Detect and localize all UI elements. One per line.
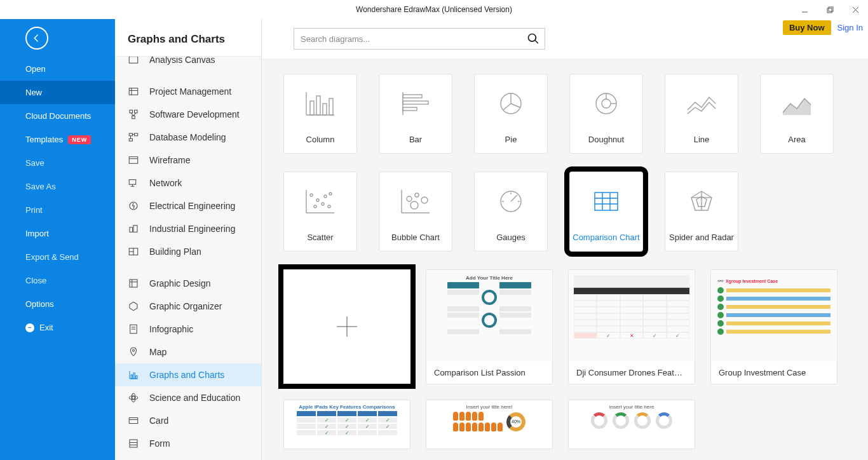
svg-point-71 bbox=[310, 194, 313, 196]
menu-templates[interactable]: Templates NEW bbox=[0, 128, 115, 151]
restore-button[interactable] bbox=[817, 0, 843, 19]
svg-rect-2 bbox=[829, 7, 833, 11]
cat-infographic[interactable]: Infographic bbox=[115, 318, 261, 341]
template-people[interactable]: Insert your title here! 40% bbox=[426, 400, 553, 449]
svg-rect-56 bbox=[329, 98, 333, 115]
cat-graphic-organizer[interactable]: Graphic Organizer bbox=[115, 295, 261, 318]
charts-icon bbox=[128, 369, 139, 381]
minimize-button[interactable] bbox=[792, 0, 817, 19]
svg-point-81 bbox=[415, 193, 419, 197]
svg-rect-42 bbox=[136, 376, 137, 379]
template-comparison-list[interactable]: Add Your Title Here Comparison List Pass… bbox=[426, 269, 553, 384]
exit-icon: − bbox=[25, 323, 34, 332]
tile-column[interactable]: Column bbox=[283, 74, 357, 154]
svg-rect-15 bbox=[135, 133, 138, 136]
menu-import[interactable]: Import bbox=[0, 222, 115, 245]
tile-doughnut[interactable]: Doughnut bbox=[569, 74, 643, 154]
template-thumb: ✓✕✓✓ bbox=[569, 270, 695, 362]
search-icon[interactable] bbox=[527, 32, 539, 45]
svg-rect-41 bbox=[133, 373, 135, 379]
pie-chart-icon bbox=[493, 88, 529, 119]
search-input[interactable] bbox=[301, 34, 527, 44]
menu-print[interactable]: Print bbox=[0, 198, 115, 222]
cat-software-development[interactable]: Software Development bbox=[115, 103, 261, 126]
svg-rect-26 bbox=[133, 226, 137, 233]
svg-rect-30 bbox=[130, 280, 137, 287]
template-rings[interactable]: Insert your title here bbox=[568, 400, 695, 449]
svg-rect-1 bbox=[827, 8, 832, 13]
back-button[interactable] bbox=[25, 27, 48, 50]
form-icon bbox=[128, 438, 139, 449]
tile-bubble[interactable]: Bubble Chart bbox=[379, 172, 452, 252]
cat-network[interactable]: Network bbox=[115, 172, 261, 194]
bar-chart-icon bbox=[398, 88, 433, 119]
svg-point-77 bbox=[328, 205, 330, 208]
cat-wireframe[interactable]: Wireframe bbox=[115, 149, 261, 172]
cat-project-management[interactable]: Project Management bbox=[115, 80, 261, 103]
svg-rect-60 bbox=[403, 107, 417, 111]
cat-map[interactable]: Map bbox=[115, 341, 261, 363]
svg-rect-40 bbox=[131, 375, 132, 379]
svg-rect-19 bbox=[129, 157, 138, 164]
cat-science-and-education[interactable]: Science and Education bbox=[115, 386, 261, 409]
gauge-icon bbox=[493, 186, 529, 217]
tile-area[interactable]: Area bbox=[760, 74, 834, 154]
titlebar: Wondershare EdrawMax (Unlicensed Version… bbox=[0, 0, 868, 19]
menu-open[interactable]: Open bbox=[0, 57, 115, 81]
svg-rect-58 bbox=[403, 95, 422, 98]
svg-line-13 bbox=[133, 113, 136, 116]
close-button[interactable] bbox=[843, 0, 868, 19]
svg-rect-21 bbox=[129, 180, 136, 185]
menu-save[interactable]: Save bbox=[0, 151, 115, 175]
menu-options[interactable]: Options bbox=[0, 292, 115, 316]
area-chart-icon bbox=[779, 88, 815, 119]
cat-form[interactable]: Form bbox=[115, 432, 261, 455]
svg-rect-14 bbox=[129, 133, 132, 136]
cat-electrical-engineering[interactable]: Electrical Engineering bbox=[115, 194, 261, 217]
cat-database-modeling[interactable]: Database Modeling bbox=[115, 126, 261, 149]
svg-point-75 bbox=[322, 203, 324, 205]
menu-export-send[interactable]: Export & Send bbox=[0, 245, 115, 269]
cat-industrial-engineering[interactable]: Industrial Engineering bbox=[115, 217, 261, 240]
organizer-icon bbox=[128, 301, 139, 312]
menu-new[interactable]: New bbox=[0, 81, 115, 104]
menu-cloud-documents[interactable]: Cloud Documents bbox=[0, 104, 115, 128]
svg-rect-89 bbox=[595, 193, 618, 210]
project-icon bbox=[128, 86, 139, 97]
tile-bar[interactable]: Bar bbox=[379, 74, 452, 154]
svg-rect-6 bbox=[129, 88, 138, 95]
svg-line-64 bbox=[503, 104, 511, 110]
menu-close[interactable]: Close bbox=[0, 269, 115, 292]
search-box[interactable] bbox=[294, 28, 545, 50]
infographic-icon bbox=[128, 323, 139, 335]
template-ipads[interactable]: Apple iPads Key Features Comparisons ✓✓✓… bbox=[283, 400, 410, 449]
tile-comparison-chart[interactable]: Comparison Chart bbox=[569, 172, 643, 252]
scatter-chart-icon bbox=[302, 186, 338, 217]
template-group-investment[interactable]: 👓Xgroup Investment Case Group Investment… bbox=[710, 269, 837, 384]
buy-now-button[interactable]: Buy Now bbox=[783, 20, 831, 35]
svg-point-66 bbox=[602, 99, 611, 108]
file-menu-sidebar: Open New Cloud Documents Templates NEW S… bbox=[0, 19, 115, 460]
cat-building-plan[interactable]: Building Plan bbox=[115, 240, 261, 263]
svg-point-73 bbox=[314, 205, 316, 208]
tile-line[interactable]: Line bbox=[665, 74, 738, 154]
cat-graphs-and-charts[interactable]: Graphs and Charts bbox=[115, 363, 261, 386]
template-blank[interactable] bbox=[283, 269, 410, 384]
sign-in-link[interactable]: Sign In bbox=[837, 23, 863, 32]
comparison-chart-icon bbox=[588, 186, 624, 217]
tile-spider-radar[interactable]: Spider and Radar bbox=[665, 172, 738, 252]
cat-card[interactable]: Card bbox=[115, 409, 261, 432]
tile-scatter[interactable]: Scatter bbox=[283, 172, 357, 252]
cat-analysis-canvas[interactable]: Analysis Canvas bbox=[115, 57, 261, 71]
card-icon bbox=[128, 415, 139, 426]
tile-gauges[interactable]: Gauges bbox=[474, 172, 548, 252]
menu-exit[interactable]: − Exit bbox=[0, 316, 115, 339]
svg-point-76 bbox=[329, 193, 332, 195]
menu-save-as[interactable]: Save As bbox=[0, 175, 115, 198]
tile-pie[interactable]: Pie bbox=[474, 74, 548, 154]
template-dji-drones[interactable]: ✓✕✓✓ Dji Consumer Drones Features C... bbox=[568, 269, 695, 384]
cat-graphic-design[interactable]: Graphic Design bbox=[115, 272, 261, 295]
svg-rect-46 bbox=[129, 418, 138, 424]
network-icon bbox=[128, 177, 139, 189]
svg-rect-10 bbox=[135, 110, 138, 113]
